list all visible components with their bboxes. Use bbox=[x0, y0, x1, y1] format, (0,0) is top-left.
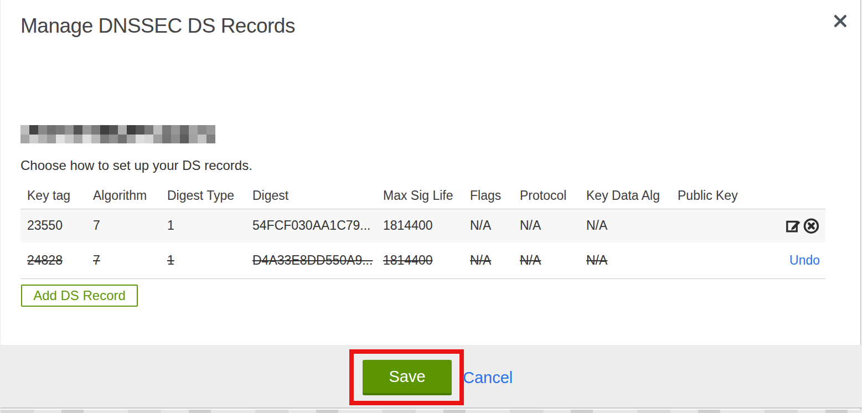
redacted-domain bbox=[20, 125, 215, 143]
cell-algorithm: 7 bbox=[86, 209, 161, 242]
cell-max-sig-life: 1814400 bbox=[376, 209, 463, 242]
cell-flags: N/A bbox=[463, 242, 513, 278]
edit-record-button[interactable] bbox=[785, 217, 802, 234]
ds-record-row-active: 23550 7 1 54FCF030AA1C79... 1814400 N/A … bbox=[20, 209, 825, 242]
column-header-key-tag: Key tag bbox=[20, 183, 86, 209]
cell-digest-type: 1 bbox=[161, 209, 246, 242]
cell-digest: 54FCF030AA1C79... bbox=[246, 209, 376, 242]
add-ds-record-button[interactable]: Add DS Record bbox=[21, 285, 138, 307]
delete-record-button[interactable] bbox=[803, 217, 820, 234]
instruction-text: Choose how to set up your DS records. bbox=[20, 158, 252, 173]
cell-key-tag: 23550 bbox=[20, 209, 86, 242]
cell-protocol: N/A bbox=[513, 242, 580, 278]
cell-key-tag: 24828 bbox=[20, 242, 86, 278]
cell-key-data-alg: N/A bbox=[580, 209, 671, 242]
page-title: Manage DNSSEC DS Records bbox=[20, 14, 295, 38]
delete-icon bbox=[803, 228, 820, 236]
save-button[interactable]: Save bbox=[363, 360, 452, 395]
table-header-row: Key tag Algorithm Digest Type Digest Max… bbox=[20, 183, 825, 209]
screen: Manage DNSSEC DS Records Choose how to s… bbox=[0, 0, 868, 413]
cell-algorithm: 7 bbox=[86, 242, 161, 278]
window-bottom-edge bbox=[1, 410, 862, 413]
row-actions bbox=[754, 209, 825, 242]
column-header-key-data-alg: Key Data Alg bbox=[580, 183, 671, 209]
row-actions: Undo bbox=[754, 242, 825, 278]
dnssec-modal: Manage DNSSEC DS Records Choose how to s… bbox=[0, 0, 861, 413]
ds-records-table: Key tag Algorithm Digest Type Digest Max… bbox=[20, 183, 825, 279]
cell-public-key bbox=[671, 242, 754, 278]
column-header-actions bbox=[754, 183, 825, 209]
cell-public-key bbox=[671, 209, 754, 242]
column-header-flags: Flags bbox=[463, 183, 513, 209]
cell-flags: N/A bbox=[463, 209, 513, 242]
cancel-link[interactable]: Cancel bbox=[463, 369, 513, 387]
undo-link[interactable]: Undo bbox=[789, 253, 820, 267]
edit-icon bbox=[785, 228, 802, 236]
column-header-digest-type: Digest Type bbox=[161, 183, 246, 209]
cell-protocol: N/A bbox=[513, 209, 580, 242]
cell-key-data-alg: N/A bbox=[580, 242, 671, 278]
cell-max-sig-life: 1814400 bbox=[376, 242, 463, 278]
cell-digest-type: 1 bbox=[161, 242, 246, 278]
close-button[interactable] bbox=[831, 12, 850, 31]
cell-digest: D4A33E8DD550A9... bbox=[246, 242, 376, 278]
column-header-digest: Digest bbox=[246, 183, 376, 209]
column-header-public-key: Public Key bbox=[671, 183, 754, 209]
column-header-protocol: Protocol bbox=[513, 183, 580, 209]
close-icon bbox=[832, 23, 849, 31]
column-header-algorithm: Algorithm bbox=[86, 183, 161, 209]
column-header-max-sig-life: Max Sig Life bbox=[376, 183, 463, 209]
ds-record-row-deleted: 24828 7 1 D4A33E8DD550A9... 1814400 N/A … bbox=[20, 242, 825, 278]
